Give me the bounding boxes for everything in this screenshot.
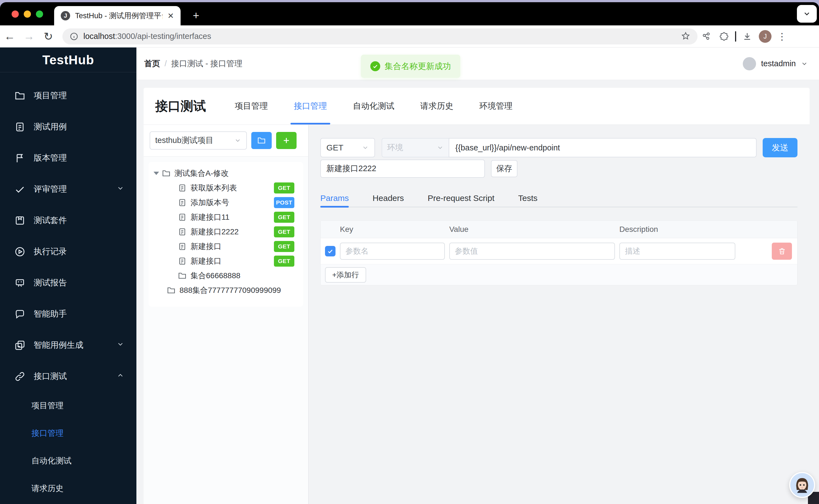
new-collection-button[interactable] xyxy=(251,132,272,149)
browser-menu-icon[interactable]: ⋮ xyxy=(774,31,790,42)
reload-button[interactable]: ↻ xyxy=(39,30,58,43)
tree-interface-row[interactable]: 新建接口 GET xyxy=(151,254,300,268)
method-select[interactable]: GET xyxy=(320,138,375,157)
save-button[interactable]: 保存 xyxy=(491,160,518,177)
tree-folder-row[interactable]: 测试集合A-修改 xyxy=(151,166,300,181)
user-name: testadmin xyxy=(761,59,796,68)
request-name-row: 保存 xyxy=(320,160,518,178)
downloads-icon[interactable] xyxy=(738,31,756,41)
back-button[interactable]: ← xyxy=(0,30,19,43)
girl-avatar-icon xyxy=(790,473,814,497)
project-select[interactable]: testhub测试项目 xyxy=(150,131,247,150)
delete-row-button[interactable] xyxy=(772,243,792,260)
breadcrumb-home[interactable]: 首页 xyxy=(144,58,160,69)
bookmark-star-icon[interactable] xyxy=(681,31,690,42)
app-logo: TestHub xyxy=(0,47,136,72)
url-text[interactable]: localhost:3000/api-testing/interfaces xyxy=(83,32,676,41)
breadcrumb: 首页 / 接口测试 - 接口管理 xyxy=(144,58,242,69)
tree-folder-row[interactable]: 888集合77777777090999099 xyxy=(151,283,300,298)
hub-extension-icon[interactable] xyxy=(698,31,715,41)
tab-headers[interactable]: Headers xyxy=(372,190,404,206)
trash-icon xyxy=(778,247,786,255)
sidebar-item-api-testing[interactable]: 接口测试 xyxy=(0,361,136,392)
suite-icon xyxy=(14,215,25,226)
tab-request-history[interactable]: 请求历史 xyxy=(420,88,454,124)
extensions-puzzle-icon[interactable] xyxy=(715,31,733,41)
sidebar-subitem-automation-testing[interactable]: 自动化测试 xyxy=(0,447,136,475)
tab-params[interactable]: Params xyxy=(320,190,349,206)
param-description-input[interactable] xyxy=(619,243,735,260)
interface-name-input[interactable] xyxy=(320,160,485,178)
plus-icon xyxy=(282,136,291,145)
request-bar: GET 环境 发送 xyxy=(320,138,797,157)
params-table-header: Key Value Description xyxy=(320,221,797,238)
method-badge: POST xyxy=(274,197,294,208)
sidebar-menu: 项目管理 测试用例 版本管理 评审管理 测试套件 执行记录 xyxy=(0,72,136,502)
tab-environment-management[interactable]: 环境管理 xyxy=(479,88,513,124)
page-title: 接口测试 xyxy=(155,98,206,115)
sidebar-item-version-management[interactable]: 版本管理 xyxy=(0,142,136,174)
param-value-input[interactable] xyxy=(449,243,615,260)
link-icon xyxy=(14,371,25,382)
sidebar-item-project-management[interactable]: 项目管理 xyxy=(0,80,136,111)
sidebar-subitem-request-history[interactable]: 请求历史 xyxy=(0,475,136,502)
document-icon xyxy=(14,121,25,132)
add-row-button[interactable]: +添加行 xyxy=(325,267,366,283)
params-table: Key Value Description +添加行 xyxy=(320,220,797,285)
param-enabled-checkbox[interactable] xyxy=(325,246,335,256)
tree-folder-row[interactable]: 集合66668888 xyxy=(151,268,300,283)
minimize-window-button[interactable] xyxy=(24,10,31,18)
breadcrumb-separator: / xyxy=(165,59,167,68)
browser-toolbar: ← → ↻ localhost:3000/api-testing/interfa… xyxy=(0,25,819,47)
url-input[interactable] xyxy=(449,138,757,157)
column-description: Description xyxy=(619,225,735,234)
browser-tab[interactable]: J TestHub - 测试用例管理平台 ✕ xyxy=(54,6,181,25)
zoom-window-button[interactable] xyxy=(36,10,43,18)
sidebar-item-test-cases[interactable]: 测试用例 xyxy=(0,111,136,142)
sidebar-item-test-reports[interactable]: 测试报告 xyxy=(0,267,136,298)
tab-automation-testing[interactable]: 自动化测试 xyxy=(353,88,394,124)
success-check-icon xyxy=(370,61,380,71)
param-key-input[interactable] xyxy=(340,243,445,260)
toast-message: 集合名称更新成功 xyxy=(384,61,451,72)
new-tab-button[interactable]: + xyxy=(189,9,203,23)
browser-profile-avatar[interactable]: J xyxy=(759,30,772,43)
tab-project-management[interactable]: 项目管理 xyxy=(235,88,268,124)
close-window-button[interactable] xyxy=(12,10,19,18)
send-button[interactable]: 发送 xyxy=(763,138,797,157)
method-badge: GET xyxy=(274,226,294,237)
page-header-card: 接口测试 项目管理 接口管理 自动化测试 请求历史 环境管理 xyxy=(144,88,810,125)
sidebar-item-review-management[interactable]: 评审管理 xyxy=(0,174,136,205)
tree-interface-row[interactable]: 新建接口 GET xyxy=(151,239,300,254)
sidebar-item-ai-assistant[interactable]: 智能助手 xyxy=(0,298,136,330)
site-info-icon[interactable] xyxy=(70,32,78,41)
tree-interface-row[interactable]: 新建接口2222 GET xyxy=(151,224,300,239)
method-badge: GET xyxy=(274,182,294,193)
tab-pre-request-script[interactable]: Pre-request Script xyxy=(428,190,495,206)
chevron-down-icon xyxy=(362,144,369,151)
tab-close-icon[interactable]: ✕ xyxy=(168,11,174,20)
add-interface-button[interactable] xyxy=(276,132,296,149)
sidebar-item-test-suites[interactable]: 测试套件 xyxy=(0,205,136,236)
caret-down-icon[interactable] xyxy=(153,172,159,175)
tab-title: TestHub - 测试用例管理平台 xyxy=(75,11,163,21)
tree-interface-row[interactable]: 新建接口11 GET xyxy=(151,210,300,224)
forward-button[interactable]: → xyxy=(19,30,39,43)
tab-search-button[interactable] xyxy=(797,5,817,23)
sidebar-item-execution-records[interactable]: 执行记录 xyxy=(0,236,136,267)
chevron-down-icon xyxy=(116,184,124,194)
sidebar-item-ai-case-generation[interactable]: 智能用例生成 xyxy=(0,330,136,361)
tab-interface-management[interactable]: 接口管理 xyxy=(294,88,327,124)
window-controls[interactable] xyxy=(12,10,43,18)
tree-interface-row[interactable]: 添加版本号 POST xyxy=(151,195,300,210)
user-menu[interactable]: testadmin xyxy=(743,57,808,70)
environment-select[interactable]: 环境 xyxy=(381,138,449,157)
assistant-avatar-button[interactable] xyxy=(789,472,815,498)
sidebar-subitem-project-management[interactable]: 项目管理 xyxy=(0,392,136,420)
tree-interface-row[interactable]: 获取版本列表 GET xyxy=(151,181,300,195)
toolbar-divider xyxy=(735,31,736,42)
column-key: Key xyxy=(340,225,445,234)
address-bar[interactable]: localhost:3000/api-testing/interfaces xyxy=(62,28,698,44)
sidebar-subitem-interface-management[interactable]: 接口管理 xyxy=(0,420,136,447)
tab-tests[interactable]: Tests xyxy=(518,190,538,206)
